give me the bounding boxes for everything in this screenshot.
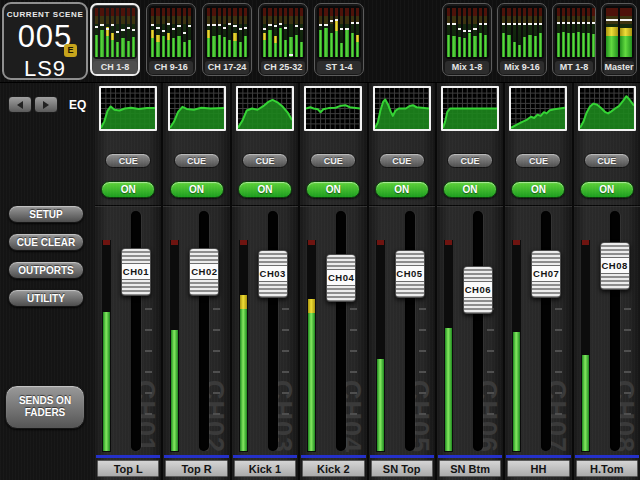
on-button-CH01[interactable]: ON bbox=[101, 181, 155, 198]
on-button-CH04[interactable]: ON bbox=[306, 181, 360, 198]
fader-scale-tick bbox=[555, 371, 562, 373]
cue-clear-button[interactable]: CUE CLEAR bbox=[8, 233, 84, 251]
meter-block-ch-1-8[interactable]: CH 1-8 bbox=[90, 3, 140, 76]
on-button-CH06[interactable]: ON bbox=[443, 181, 497, 198]
cue-button-CH06[interactable]: CUE bbox=[447, 153, 493, 168]
nav-right-button[interactable] bbox=[34, 96, 58, 113]
on-button-CH03[interactable]: ON bbox=[238, 181, 292, 198]
fader-cap-CH07[interactable]: CH07 bbox=[531, 250, 561, 298]
cue-button-CH05[interactable]: CUE bbox=[379, 153, 425, 168]
meter-block-mix-9-16[interactable]: Mix 9-16 bbox=[497, 3, 547, 76]
eq-thumbnail-CH08[interactable] bbox=[578, 86, 636, 131]
fader-scale-tick bbox=[145, 371, 152, 373]
meter-bars bbox=[317, 6, 361, 59]
fader-cap-CH02[interactable]: CH02 bbox=[189, 248, 219, 296]
cue-button-CH03[interactable]: CUE bbox=[242, 153, 288, 168]
outports-button[interactable]: OUTPORTS bbox=[8, 261, 84, 279]
fader-position-mark bbox=[127, 27, 130, 29]
on-button-CH02[interactable]: ON bbox=[170, 181, 224, 198]
left-arrow-icon bbox=[17, 101, 23, 109]
eq-thumbnail-CH01[interactable] bbox=[99, 86, 157, 131]
fader-cap-CH06[interactable]: CH06 bbox=[463, 266, 493, 314]
channel-name-CH04[interactable]: Kick 2 bbox=[302, 460, 364, 477]
meter-block-master[interactable]: Master bbox=[601, 3, 637, 76]
cue-button-CH08[interactable]: CUE bbox=[584, 153, 630, 168]
channel-strip-CH01: CUEONCH01CH01Top L bbox=[95, 83, 161, 480]
fader-cap-CH05[interactable]: CH05 bbox=[395, 250, 425, 298]
cue-button-CH04[interactable]: CUE bbox=[310, 153, 356, 168]
meter-block-ch-9-16[interactable]: CH 9-16 bbox=[146, 3, 196, 76]
scene-label: CURRENT SCENE bbox=[4, 10, 86, 19]
meter-block-st-1-4[interactable]: ST 1-4 bbox=[314, 3, 364, 76]
channel-name-CH03[interactable]: Kick 1 bbox=[234, 460, 296, 477]
channel-name-CH06[interactable]: SN Btm bbox=[439, 460, 501, 477]
meter-bar bbox=[95, 8, 98, 57]
bank-nav: EQ bbox=[8, 96, 86, 113]
meter-level bbox=[620, 28, 632, 57]
on-button-CH07[interactable]: ON bbox=[511, 181, 565, 198]
meter-level bbox=[523, 37, 526, 57]
meter-level bbox=[183, 42, 186, 57]
channel-name-CH08[interactable]: H.Tom bbox=[576, 460, 638, 477]
channel-name-CH02[interactable]: Top R bbox=[165, 460, 227, 477]
meter-level bbox=[95, 35, 98, 57]
fader-scale-tick bbox=[555, 308, 562, 310]
nav-mode-label: EQ bbox=[69, 98, 86, 112]
meter-block-label: CH 17-24 bbox=[205, 61, 249, 74]
eq-thumbnail-CH05[interactable] bbox=[373, 86, 431, 131]
fader-position-mark bbox=[463, 30, 466, 32]
eq-thumbnail-CH02[interactable] bbox=[168, 86, 226, 131]
channel-name-CH01[interactable]: Top L bbox=[97, 460, 159, 477]
meter-block-ch-25-32[interactable]: CH 25-32 bbox=[258, 3, 308, 76]
on-button-CH08[interactable]: ON bbox=[580, 181, 634, 198]
level-meter-CH07 bbox=[512, 240, 521, 452]
sends-on-faders-button[interactable]: SENDS ON FADERS bbox=[5, 385, 85, 429]
fader-cap-CH04[interactable]: CH04 bbox=[326, 254, 356, 302]
on-button-CH05[interactable]: ON bbox=[375, 181, 429, 198]
meter-bar bbox=[106, 8, 109, 57]
meter-bar bbox=[212, 8, 215, 57]
cue-button-CH07[interactable]: CUE bbox=[515, 153, 561, 168]
meter-block-mix-1-8[interactable]: Mix 1-8 bbox=[442, 3, 492, 76]
fader-cap-CH08[interactable]: CH08 bbox=[600, 242, 630, 290]
peak-indicator bbox=[513, 240, 520, 245]
cue-button-CH01[interactable]: CUE bbox=[105, 153, 151, 168]
meter-block-mt-1-8[interactable]: MT 1-8 bbox=[552, 3, 596, 76]
eq-thumbnail-CH04[interactable] bbox=[304, 86, 362, 131]
level-meter-CH05 bbox=[376, 240, 385, 452]
eq-thumbnail-CH07[interactable] bbox=[509, 86, 567, 131]
meter-bar bbox=[300, 8, 303, 57]
fader-position-mark bbox=[572, 22, 575, 24]
channel-name-CH07[interactable]: HH bbox=[507, 460, 569, 477]
nav-left-button[interactable] bbox=[8, 96, 32, 113]
fader-zone: CH02CH02 bbox=[163, 207, 229, 455]
meter-bar bbox=[468, 8, 471, 57]
level-meter-CH03 bbox=[239, 240, 248, 452]
fader-scale-tick bbox=[624, 392, 631, 394]
meter-block-ch-17-24[interactable]: CH 17-24 bbox=[202, 3, 252, 76]
meter-yellow-segment bbox=[263, 33, 266, 40]
meter-level bbox=[518, 45, 521, 57]
eq-thumbnail-CH06[interactable] bbox=[441, 86, 499, 131]
fader-cap-CH03[interactable]: CH03 bbox=[258, 250, 288, 298]
meter-bar bbox=[263, 8, 266, 57]
utility-button[interactable]: UTILITY bbox=[8, 289, 84, 307]
fader-cap-grooves bbox=[190, 249, 218, 263]
channel-color-bar bbox=[506, 455, 570, 458]
fader-scale-tick bbox=[419, 308, 426, 310]
fader-cap-label: CH04 bbox=[327, 269, 355, 286]
top-bar: CURRENT SCENE 005 E LS9 CH 1-8CH 9-16CH … bbox=[0, 0, 640, 83]
fader-track bbox=[473, 211, 483, 451]
fader-cap-CH01[interactable]: CH01 bbox=[121, 248, 151, 296]
cue-button-CH02[interactable]: CUE bbox=[174, 153, 220, 168]
channel-name-CH05[interactable]: SN Top bbox=[371, 460, 433, 477]
meter-block-label: Mix 9-16 bbox=[500, 61, 544, 74]
eq-thumbnail-CH03[interactable] bbox=[236, 86, 294, 131]
meter-bar bbox=[592, 8, 595, 57]
scene-edit-badge: E bbox=[64, 44, 77, 57]
fader-position-mark bbox=[177, 25, 180, 27]
setup-button[interactable]: SETUP bbox=[8, 205, 84, 223]
fader-position-mark bbox=[263, 28, 266, 30]
meter-bar bbox=[507, 8, 510, 57]
fader-position-mark bbox=[351, 22, 354, 24]
